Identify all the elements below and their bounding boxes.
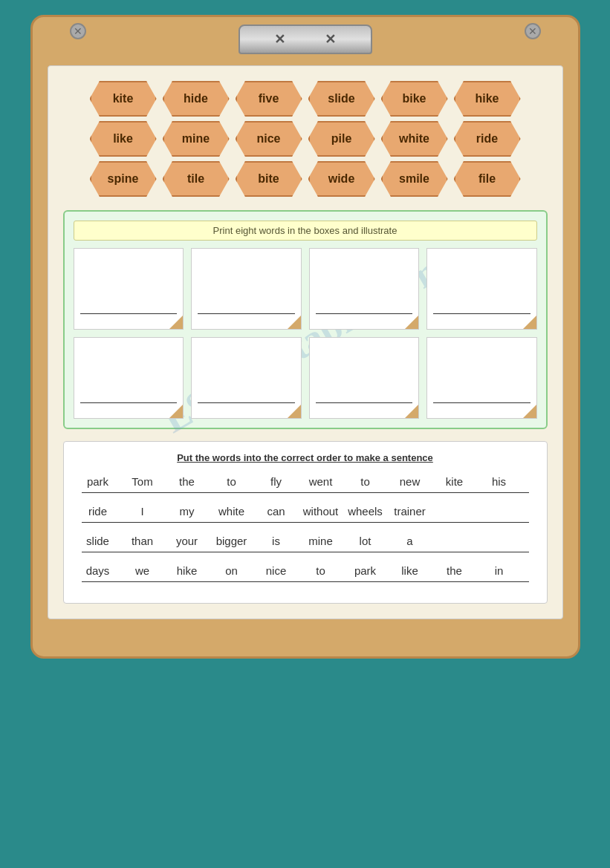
sentence-row-3: slide than your bigger is mine lot a: [76, 533, 535, 549]
tile-tile: tile: [163, 161, 230, 197]
tile-row-3: spine tile bite wide smile file: [90, 161, 521, 197]
illustration-instruction: Print eight words in the boxes and illus…: [74, 221, 537, 241]
word-park-s: park: [343, 563, 388, 578]
clipboard: ✕ ✕ ✕ ✕ ESLPrintables.com kite hide five…: [30, 15, 580, 659]
tile-spine: spine: [90, 161, 157, 197]
illustration-grid: [74, 248, 537, 419]
word-new: new: [388, 474, 432, 489]
word-tiles: kite hide five slide bike hike like mine…: [63, 81, 548, 197]
word-to-3: to: [299, 563, 343, 578]
illustration-box-8[interactable]: [426, 337, 537, 419]
word-fly: fly: [254, 474, 299, 489]
paper: ESLPrintables.com kite hide five slide b…: [48, 65, 563, 619]
word-we: we: [120, 563, 165, 578]
word-than: than: [120, 533, 165, 549]
answer-line-1[interactable]: [82, 492, 529, 493]
word-park: park: [76, 474, 120, 489]
word-can: can: [254, 503, 299, 519]
word-kite-s: kite: [432, 474, 477, 489]
clipboard-top: ✕ ✕ ✕ ✕: [33, 17, 578, 54]
word-my: my: [165, 503, 210, 519]
tile-smile: smile: [381, 161, 448, 197]
illustration-box-4[interactable]: [426, 248, 537, 330]
word-wheels: wheels: [343, 503, 388, 519]
answer-line-3[interactable]: [82, 552, 529, 552]
screw-left: ✕: [70, 23, 86, 39]
tile-hike: hike: [454, 81, 521, 117]
tile-like: like: [90, 121, 157, 157]
word-without: without: [299, 503, 343, 519]
word-the-1: the: [165, 474, 210, 489]
tile-five: five: [236, 81, 302, 117]
word-days: days: [76, 563, 120, 578]
tile-mine: mine: [163, 121, 230, 157]
word-in: in: [477, 563, 522, 578]
sentence-row-2: ride I my white can without wheels train…: [76, 503, 535, 519]
illustration-box-6[interactable]: [191, 337, 302, 419]
word-your: your: [165, 533, 210, 549]
tile-white: white: [381, 121, 448, 157]
word-is: is: [254, 533, 299, 549]
answer-line-2[interactable]: [82, 522, 529, 523]
tile-bite: bite: [236, 161, 302, 197]
word-nice: nice: [254, 563, 299, 578]
word-to-1: to: [210, 474, 254, 489]
answer-line-4[interactable]: [82, 581, 529, 582]
word-bigger: bigger: [210, 533, 254, 549]
word-hike-s: hike: [165, 563, 210, 578]
illustration-box-5[interactable]: [74, 337, 184, 419]
word-like-s: like: [388, 563, 432, 578]
sentence-section: Put the words into the correct order to …: [63, 441, 548, 604]
sentence-instruction: Put the words into the correct order to …: [76, 452, 535, 463]
tile-kite: kite: [90, 81, 157, 117]
illustration-box-1[interactable]: [74, 248, 184, 330]
illustration-section: Print eight words in the boxes and illus…: [63, 210, 548, 429]
word-ride: ride: [76, 503, 120, 519]
tile-file: file: [454, 161, 521, 197]
tile-row-1: kite hide five slide bike hike: [90, 81, 521, 117]
word-trainer: trainer: [388, 503, 432, 519]
word-a: a: [388, 533, 432, 549]
clip-x-right: ✕: [325, 31, 336, 48]
word-to-2: to: [343, 474, 388, 489]
tile-row-2: like mine nice pile white ride: [90, 121, 521, 157]
clip: ✕ ✕: [239, 25, 372, 54]
word-the-2: the: [432, 563, 477, 578]
sentence-row-4: days we hike on nice to park like the in: [76, 563, 535, 578]
screw-right: ✕: [525, 23, 541, 39]
tile-slide: slide: [308, 81, 375, 117]
word-tom: Tom: [120, 474, 165, 489]
word-i: I: [120, 503, 165, 519]
word-lot: lot: [343, 533, 388, 549]
tile-bike: bike: [381, 81, 448, 117]
word-went: went: [299, 474, 343, 489]
word-his: his: [477, 474, 522, 489]
tile-wide: wide: [308, 161, 375, 197]
clip-x-left: ✕: [274, 31, 285, 48]
tile-ride: ride: [454, 121, 521, 157]
word-white: white: [210, 503, 254, 519]
word-mine-s: mine: [299, 533, 343, 549]
word-on: on: [210, 563, 254, 578]
illustration-box-7[interactable]: [309, 337, 420, 419]
illustration-box-3[interactable]: [309, 248, 420, 330]
illustration-box-2[interactable]: [191, 248, 302, 330]
tile-pile: pile: [308, 121, 375, 157]
tile-hide: hide: [163, 81, 230, 117]
word-slide: slide: [76, 533, 120, 549]
tile-nice: nice: [236, 121, 302, 157]
sentence-row-1: park Tom the to fly went to new kite his: [76, 474, 535, 489]
